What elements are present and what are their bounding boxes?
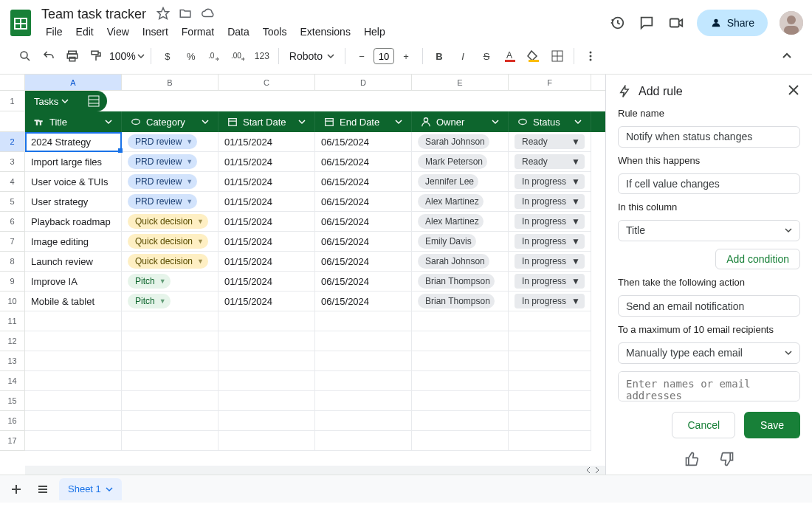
cell-owner[interactable]: Sarah Johnson — [412, 132, 509, 152]
row-header[interactable]: 8 — [0, 252, 25, 272]
column-header-C[interactable]: C — [219, 75, 315, 90]
row-header[interactable]: 3 — [0, 152, 25, 172]
cell-owner[interactable]: Alex Martinez — [412, 212, 509, 232]
row-header[interactable]: 14 — [0, 371, 25, 391]
cell-category[interactable]: PRD review▼ — [122, 172, 219, 192]
menu-tools[interactable]: Tools — [257, 24, 293, 40]
row-header[interactable]: 11 — [0, 311, 25, 331]
empty-cell[interactable] — [315, 431, 412, 451]
empty-cell[interactable] — [25, 431, 122, 451]
cell-end-date[interactable]: 06/15/2024 — [315, 192, 412, 212]
cell-status[interactable]: Ready▼ — [509, 132, 591, 152]
empty-cell[interactable] — [219, 391, 315, 411]
menu-extensions[interactable]: Extensions — [294, 24, 356, 40]
cell-title[interactable]: Image editing — [25, 232, 122, 252]
all-sheets-icon[interactable] — [32, 479, 53, 500]
empty-cell[interactable] — [412, 391, 509, 411]
empty-cell[interactable] — [25, 391, 122, 411]
cell-owner[interactable]: Mark Peterson — [412, 152, 509, 172]
col-header-status[interactable]: Status — [509, 111, 591, 132]
fill-color-icon[interactable] — [523, 46, 544, 66]
column-header-E[interactable]: E — [412, 75, 509, 90]
menu-edit[interactable]: Edit — [70, 24, 100, 40]
col-header-start[interactable]: Start Date — [219, 111, 315, 132]
cell-end-date[interactable]: 06/15/2024 — [315, 272, 412, 292]
thumbs-down-icon[interactable] — [720, 452, 734, 469]
cell-end-date[interactable]: 06/15/2024 — [315, 292, 412, 311]
cell-end-date[interactable]: 06/15/2024 — [315, 132, 412, 152]
horizontal-scrollbar[interactable] — [25, 466, 605, 475]
move-icon[interactable] — [179, 7, 192, 22]
comments-icon[interactable] — [638, 14, 656, 32]
empty-cell[interactable] — [219, 411, 315, 431]
cell-start-date[interactable]: 01/15/2024 — [219, 192, 315, 212]
empty-cell[interactable] — [315, 391, 412, 411]
cell-start-date[interactable]: 01/15/2024 — [219, 252, 315, 272]
percent-icon[interactable]: % — [181, 46, 202, 66]
when-input[interactable] — [618, 173, 800, 195]
table-tab[interactable]: Tasks — [25, 91, 107, 111]
cell-status[interactable]: In progress▼ — [509, 192, 591, 212]
empty-cell[interactable] — [219, 331, 315, 351]
menu-insert[interactable]: Insert — [137, 24, 174, 40]
cell-status[interactable]: In progress▼ — [509, 212, 591, 232]
paint-format-icon[interactable] — [86, 46, 106, 66]
col-header-title[interactable]: TтTitle — [25, 111, 122, 132]
menu-help[interactable]: Help — [358, 24, 391, 40]
increase-font-icon[interactable]: + — [396, 46, 416, 66]
decrease-font-icon[interactable]: − — [351, 46, 372, 66]
empty-cell[interactable] — [412, 371, 509, 391]
empty-cell[interactable] — [25, 411, 122, 431]
row-header[interactable]: 4 — [0, 172, 25, 192]
empty-cell[interactable] — [122, 311, 219, 331]
empty-cell[interactable] — [509, 371, 591, 391]
row-header[interactable]: 12 — [0, 331, 25, 351]
share-button[interactable]: Share — [697, 10, 768, 36]
column-header-F[interactable]: F — [509, 75, 591, 90]
cell-owner[interactable]: Brian Thompson — [412, 272, 509, 292]
empty-cell[interactable] — [219, 351, 315, 371]
empty-cell[interactable] — [122, 411, 219, 431]
cell-status[interactable]: In progress▼ — [509, 272, 591, 292]
empty-cell[interactable] — [315, 331, 412, 351]
add-condition-button[interactable]: Add condition — [715, 249, 800, 270]
empty-cell[interactable] — [412, 411, 509, 431]
empty-cell[interactable] — [509, 331, 591, 351]
cell-end-date[interactable]: 06/15/2024 — [315, 212, 412, 232]
row-header[interactable]: 9 — [0, 272, 25, 292]
cell-status[interactable]: In progress▼ — [509, 252, 591, 272]
cell-start-date[interactable]: 01/15/2024 — [219, 272, 315, 292]
row-header[interactable]: 2 — [0, 132, 25, 152]
star-icon[interactable] — [156, 7, 170, 22]
cell-category[interactable]: Quick decision▼ — [122, 212, 219, 232]
empty-cell[interactable] — [509, 351, 591, 371]
empty-cell[interactable] — [509, 311, 591, 331]
thumbs-up-icon[interactable] — [684, 452, 699, 469]
search-icon[interactable] — [15, 46, 35, 66]
row-header[interactable]: 5 — [0, 192, 25, 212]
spreadsheet-grid[interactable]: ABCDEF 1 Tasks TтTitle Category Start Da… — [0, 75, 605, 475]
empty-cell[interactable] — [25, 331, 122, 351]
menu-format[interactable]: Format — [176, 24, 220, 40]
recipients-mode-select[interactable]: Manually type each email — [618, 342, 800, 364]
column-header-D[interactable]: D — [315, 75, 412, 90]
save-button[interactable]: Save — [744, 412, 800, 438]
more-tools-icon[interactable] — [580, 46, 601, 66]
collapse-toolbar-icon[interactable] — [777, 46, 797, 66]
close-icon[interactable] — [787, 83, 800, 99]
cell-title[interactable]: Import large files — [25, 152, 122, 172]
cell-start-date[interactable]: 01/15/2024 — [219, 172, 315, 192]
increase-decimal-icon[interactable]: .00 — [228, 46, 249, 66]
cell-title[interactable]: User voice & TUIs — [25, 172, 122, 192]
menu-data[interactable]: Data — [221, 24, 255, 40]
doc-title[interactable]: Team task tracker — [40, 7, 146, 22]
empty-cell[interactable] — [219, 371, 315, 391]
row-header[interactable]: 1 — [0, 91, 25, 111]
empty-cell[interactable] — [122, 331, 219, 351]
sheet-tab[interactable]: Sheet 1 — [59, 478, 122, 500]
cell-owner[interactable]: Brian Thompson — [412, 292, 509, 311]
cell-category[interactable]: Pitch▼ — [122, 272, 219, 292]
empty-cell[interactable] — [412, 431, 509, 451]
row-header[interactable]: 7 — [0, 232, 25, 252]
strikethrough-icon[interactable]: S — [476, 46, 497, 66]
